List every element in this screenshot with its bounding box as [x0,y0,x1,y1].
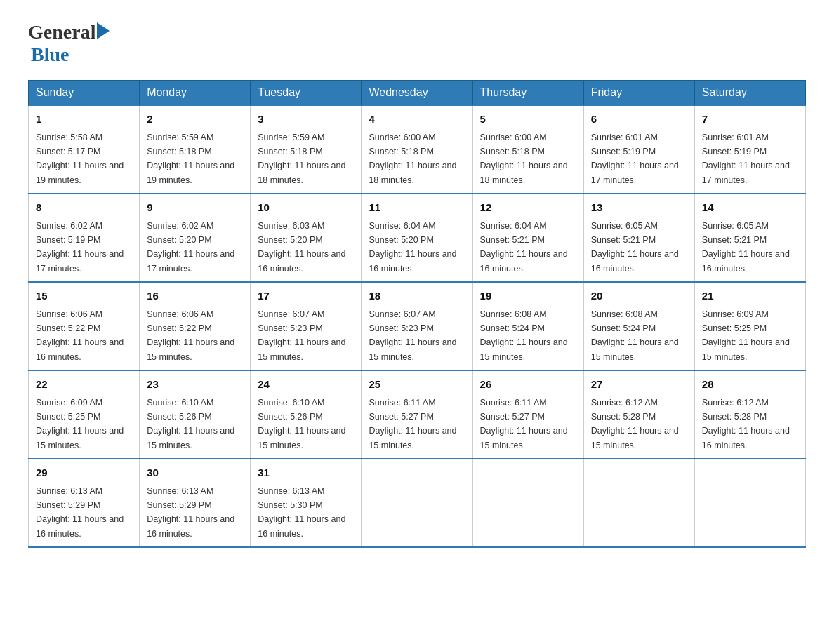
day-number: 14 [702,200,798,216]
day-number: 3 [258,112,354,128]
week-row-5: 29 Sunrise: 6:13 AMSunset: 5:29 PMDaylig… [29,459,806,547]
week-row-4: 22 Sunrise: 6:09 AMSunset: 5:25 PMDaylig… [29,370,806,459]
day-cell: 17 Sunrise: 6:07 AMSunset: 5:23 PMDaylig… [251,282,362,370]
day-info: Sunrise: 6:05 AMSunset: 5:21 PMDaylight:… [702,221,790,274]
day-info: Sunrise: 6:08 AMSunset: 5:24 PMDaylight:… [480,309,568,362]
day-cell: 13 Sunrise: 6:05 AMSunset: 5:21 PMDaylig… [583,194,694,282]
day-info: Sunrise: 6:01 AMSunset: 5:19 PMDaylight:… [702,133,790,185]
weekday-header-wednesday: Wednesday [362,81,472,106]
day-info: Sunrise: 6:07 AMSunset: 5:23 PMDaylight:… [369,309,456,362]
day-info: Sunrise: 6:10 AMSunset: 5:26 PMDaylight:… [147,398,234,450]
day-info: Sunrise: 6:02 AMSunset: 5:19 PMDaylight:… [36,221,124,274]
day-info: Sunrise: 5:59 AMSunset: 5:18 PMDaylight:… [258,133,345,185]
day-number: 7 [702,112,798,128]
day-info: Sunrise: 6:03 AMSunset: 5:20 PMDaylight:… [258,221,345,274]
day-cell: 1 Sunrise: 5:58 AMSunset: 5:17 PMDayligh… [29,105,140,194]
day-cell: 14 Sunrise: 6:05 AMSunset: 5:21 PMDaylig… [694,194,805,282]
day-number: 24 [258,377,354,393]
day-number: 12 [480,200,576,216]
day-number: 30 [147,465,243,481]
day-cell: 22 Sunrise: 6:09 AMSunset: 5:25 PMDaylig… [29,370,140,459]
day-cell: 8 Sunrise: 6:02 AMSunset: 5:19 PMDayligh… [29,194,140,282]
day-number: 4 [369,112,465,128]
day-info: Sunrise: 5:58 AMSunset: 5:17 PMDaylight:… [36,133,124,185]
day-cell: 16 Sunrise: 6:06 AMSunset: 5:22 PMDaylig… [140,282,251,370]
day-number: 13 [591,200,687,216]
day-info: Sunrise: 6:07 AMSunset: 5:23 PMDaylight:… [258,309,345,362]
day-number: 27 [591,377,687,393]
day-info: Sunrise: 6:09 AMSunset: 5:25 PMDaylight:… [36,398,124,450]
day-info: Sunrise: 6:13 AMSunset: 5:29 PMDaylight:… [36,486,124,539]
day-cell: 26 Sunrise: 6:11 AMSunset: 5:27 PMDaylig… [472,370,583,459]
week-row-2: 8 Sunrise: 6:02 AMSunset: 5:19 PMDayligh… [29,194,806,282]
day-number: 6 [591,112,687,128]
day-info: Sunrise: 6:02 AMSunset: 5:20 PMDaylight:… [147,221,234,274]
weekday-header-saturday: Saturday [694,81,805,106]
calendar-table: SundayMondayTuesdayWednesdayThursdayFrid… [28,80,806,548]
day-info: Sunrise: 6:10 AMSunset: 5:26 PMDaylight:… [258,398,345,450]
day-cell: 10 Sunrise: 6:03 AMSunset: 5:20 PMDaylig… [251,194,362,282]
weekday-header-thursday: Thursday [472,81,583,106]
day-number: 23 [147,377,243,393]
week-row-1: 1 Sunrise: 5:58 AMSunset: 5:17 PMDayligh… [29,105,806,194]
day-cell: 29 Sunrise: 6:13 AMSunset: 5:29 PMDaylig… [29,459,140,547]
day-info: Sunrise: 6:09 AMSunset: 5:25 PMDaylight:… [702,309,790,362]
day-number: 1 [36,112,132,128]
day-cell: 9 Sunrise: 6:02 AMSunset: 5:20 PMDayligh… [140,194,251,282]
day-info: Sunrise: 6:04 AMSunset: 5:20 PMDaylight:… [369,221,456,274]
day-cell [583,459,694,547]
day-cell: 12 Sunrise: 6:04 AMSunset: 5:21 PMDaylig… [472,194,583,282]
day-cell: 3 Sunrise: 5:59 AMSunset: 5:18 PMDayligh… [251,105,362,194]
day-cell: 4 Sunrise: 6:00 AMSunset: 5:18 PMDayligh… [362,105,472,194]
day-cell: 25 Sunrise: 6:11 AMSunset: 5:27 PMDaylig… [362,370,472,459]
logo-blue-text: Blue [31,43,69,66]
day-cell [362,459,472,547]
day-info: Sunrise: 6:06 AMSunset: 5:22 PMDaylight:… [36,309,124,362]
day-cell: 30 Sunrise: 6:13 AMSunset: 5:29 PMDaylig… [140,459,251,547]
day-cell: 20 Sunrise: 6:08 AMSunset: 5:24 PMDaylig… [583,282,694,370]
week-row-3: 15 Sunrise: 6:06 AMSunset: 5:22 PMDaylig… [29,282,806,370]
day-cell [472,459,583,547]
day-cell: 15 Sunrise: 6:06 AMSunset: 5:22 PMDaylig… [29,282,140,370]
day-number: 21 [702,288,798,304]
day-info: Sunrise: 6:01 AMSunset: 5:19 PMDaylight:… [591,133,679,185]
day-info: Sunrise: 5:59 AMSunset: 5:18 PMDaylight:… [147,133,234,185]
day-info: Sunrise: 6:11 AMSunset: 5:27 PMDaylight:… [369,398,456,450]
day-number: 2 [147,112,243,128]
day-number: 28 [702,377,798,393]
day-number: 25 [369,377,465,393]
day-number: 9 [147,200,243,216]
day-info: Sunrise: 6:13 AMSunset: 5:30 PMDaylight:… [258,486,345,539]
header: General Blue [28,21,806,66]
day-cell: 18 Sunrise: 6:07 AMSunset: 5:23 PMDaylig… [362,282,472,370]
day-cell: 2 Sunrise: 5:59 AMSunset: 5:18 PMDayligh… [140,105,251,194]
day-cell [694,459,805,547]
day-cell: 7 Sunrise: 6:01 AMSunset: 5:19 PMDayligh… [694,105,805,194]
day-cell: 21 Sunrise: 6:09 AMSunset: 5:25 PMDaylig… [694,282,805,370]
logo-general-text: General [28,21,95,43]
day-cell: 27 Sunrise: 6:12 AMSunset: 5:28 PMDaylig… [583,370,694,459]
day-number: 8 [36,200,132,216]
day-number: 17 [258,288,354,304]
day-info: Sunrise: 6:12 AMSunset: 5:28 PMDaylight:… [591,398,679,450]
day-info: Sunrise: 6:06 AMSunset: 5:22 PMDaylight:… [147,309,234,362]
day-cell: 23 Sunrise: 6:10 AMSunset: 5:26 PMDaylig… [140,370,251,459]
day-info: Sunrise: 6:13 AMSunset: 5:29 PMDaylight:… [147,486,234,539]
day-cell: 28 Sunrise: 6:12 AMSunset: 5:28 PMDaylig… [694,370,805,459]
day-info: Sunrise: 6:00 AMSunset: 5:18 PMDaylight:… [480,133,568,185]
day-info: Sunrise: 6:12 AMSunset: 5:28 PMDaylight:… [702,398,790,450]
day-number: 29 [36,465,132,481]
day-number: 26 [480,377,576,393]
day-cell: 11 Sunrise: 6:04 AMSunset: 5:20 PMDaylig… [362,194,472,282]
day-number: 5 [480,112,576,128]
day-info: Sunrise: 6:05 AMSunset: 5:21 PMDaylight:… [591,221,679,274]
day-number: 10 [258,200,354,216]
day-number: 11 [369,200,465,216]
weekday-header-friday: Friday [583,81,694,106]
weekday-header-monday: Monday [140,81,251,106]
day-cell: 24 Sunrise: 6:10 AMSunset: 5:26 PMDaylig… [251,370,362,459]
logo: General Blue [28,21,110,66]
weekday-header-sunday: Sunday [29,81,140,106]
weekday-header-row: SundayMondayTuesdayWednesdayThursdayFrid… [29,81,806,106]
day-number: 16 [147,288,243,304]
